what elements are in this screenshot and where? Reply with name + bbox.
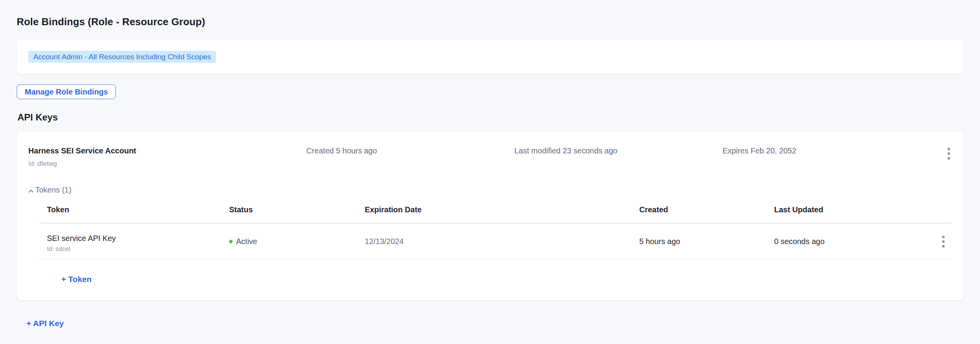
tokens-table: Token Status Expiration Date Created Las… [40, 205, 952, 284]
role-bindings-card: Account Admin - All Resources Including … [17, 39, 963, 74]
token-menu-button[interactable] [940, 234, 946, 249]
api-key-menu-button[interactable] [946, 146, 952, 161]
col-header-expiration-date: Expiration Date [358, 205, 632, 223]
api-key-last-modified: Last modified 23 seconds ago [514, 146, 723, 155]
api-key-title-block: Harness SEI Service Account Id: dfetwg [28, 146, 306, 168]
chevron-up-icon [28, 186, 34, 195]
tokens-table-header: Token Status Expiration Date Created Las… [40, 205, 952, 224]
api-key-name: Harness SEI Service Account [28, 146, 306, 155]
kebab-menu-icon [947, 148, 950, 150]
col-header-last-updated: Last Updated [767, 205, 916, 223]
token-status: Active [236, 237, 257, 246]
token-status-cell: Active [222, 237, 358, 246]
tokens-toggle[interactable]: Tokens (1) [28, 185, 71, 195]
token-name-block: SEI service API Key Id: sdcet [40, 224, 222, 259]
kebab-menu-icon [942, 236, 945, 238]
api-keys-heading: API Keys [17, 112, 963, 123]
token-last-updated: 0 seconds ago [767, 237, 916, 246]
manage-role-bindings-button[interactable]: Manage Role Bindings [17, 84, 116, 99]
api-key-created: Created 5 hours ago [306, 146, 514, 155]
add-api-key-link[interactable]: + API Key [26, 318, 64, 328]
role-binding-chip[interactable]: Account Admin - All Resources Including … [28, 51, 216, 63]
col-header-status: Status [222, 205, 358, 223]
token-expiration-date: 12/13/2024 [358, 237, 632, 246]
col-header-token: Token [40, 205, 222, 223]
api-key-expires: Expires Feb 20, 2052 [723, 146, 936, 155]
add-token-link[interactable]: + Token [61, 274, 91, 284]
account-details-page: Role Bindings (Role - Resource Group) Ac… [0, 0, 980, 328]
api-key-card: Harness SEI Service Account Id: dfetwg C… [17, 132, 963, 300]
api-key-header: Harness SEI Service Account Id: dfetwg C… [28, 146, 952, 168]
col-header-created: Created [632, 205, 767, 223]
token-name: SEI service API Key [47, 234, 222, 243]
api-key-id: Id: dfetwg [28, 160, 306, 168]
tokens-toggle-label: Tokens (1) [35, 185, 71, 194]
token-id: Id: sdcet [47, 245, 222, 253]
page-title: Role Bindings (Role - Resource Group) [17, 15, 963, 28]
token-row: SEI service API Key Id: sdcet Active 12/… [40, 224, 952, 260]
token-created: 5 hours ago [632, 237, 767, 246]
status-active-dot-icon [229, 240, 233, 243]
